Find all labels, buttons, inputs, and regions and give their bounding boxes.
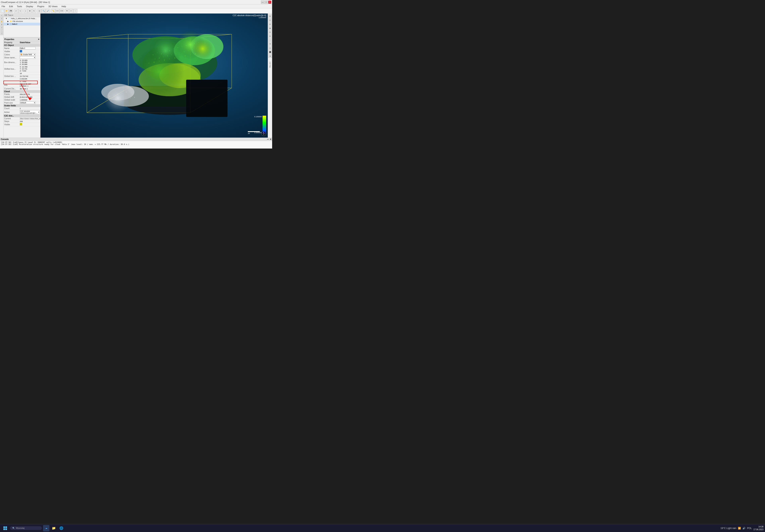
colorbar-value-label: 0.100000 bbox=[254, 116, 262, 118]
rt-btn1[interactable]: ⊞ bbox=[268, 14, 272, 18]
prop-visible-label: Visible bbox=[4, 50, 19, 53]
tree-item-filestructure[interactable]: ▶ 📁 File structure bbox=[4, 20, 40, 23]
rt-btn11[interactable]: ◈ bbox=[268, 54, 272, 58]
rt-btn8[interactable]: ⧉ bbox=[268, 42, 272, 46]
prop-globalbox3-row: Z: 7.632 bbox=[4, 80, 40, 83]
sf-visible-checkbox[interactable] bbox=[20, 123, 22, 126]
svg-point-65 bbox=[122, 93, 122, 93]
tb-zoom-out[interactable]: 🔎 bbox=[46, 9, 50, 13]
prop-info-label: Info bbox=[4, 83, 19, 88]
view-3d[interactable]: C2C absolute distances[Quadric][k=6] 1.0… bbox=[40, 14, 268, 137]
tb-sep1 bbox=[13, 9, 14, 13]
current-colormap-dropdown[interactable]: Blue>Green>Yellow>Red_copy ▾ bbox=[20, 118, 40, 120]
tb-open[interactable]: 📂 bbox=[5, 9, 9, 13]
db-tree-header: DB Tree ✕ bbox=[4, 14, 40, 17]
tb-translate[interactable]: ✥ bbox=[28, 9, 32, 13]
prop-sf-visible-value[interactable] bbox=[19, 123, 40, 126]
svg-point-27 bbox=[135, 47, 184, 96]
prop-colors-value[interactable]: 🎨 Scalar field ▾ bbox=[19, 53, 40, 56]
lt-cursor[interactable]: ↖ bbox=[0, 14, 3, 17]
tb-filter[interactable]: ⧉ bbox=[65, 9, 69, 13]
svg-point-54 bbox=[164, 60, 165, 60]
lt-poly[interactable]: ⬡ bbox=[0, 32, 3, 35]
tb-measure[interactable]: 📏 bbox=[51, 9, 55, 13]
prop-globalbox2-label bbox=[4, 78, 19, 80]
rt-btn5[interactable]: ⊛ bbox=[268, 30, 272, 34]
prop-pointsize-value[interactable]: Default ▾ bbox=[19, 101, 40, 104]
menu-tools[interactable]: Tools bbox=[16, 5, 23, 8]
maximize-button[interactable]: □ bbox=[265, 1, 268, 4]
folder-icon: 📁 bbox=[10, 20, 12, 22]
close-button[interactable]: ✕ bbox=[268, 1, 271, 4]
prop-globalbox-value: 15.731742 bbox=[19, 75, 40, 78]
menu-file[interactable]: File bbox=[1, 5, 6, 8]
rt-btn10[interactable]: ⬛ bbox=[268, 50, 272, 54]
visible-checkbox[interactable] bbox=[20, 50, 22, 52]
rt-btn7[interactable]: ⬚ bbox=[268, 38, 272, 42]
tb-sep3 bbox=[37, 9, 37, 13]
svg-marker-74 bbox=[263, 134, 264, 135]
minimize-button[interactable]: — bbox=[261, 1, 264, 4]
db-tree-close-icon[interactable]: ✕ bbox=[12, 14, 13, 16]
tb-select[interactable]: ⊹ bbox=[24, 9, 28, 13]
rt-btn6[interactable]: ⊗ bbox=[268, 34, 272, 38]
tb-rotate[interactable]: ↻ bbox=[32, 9, 36, 13]
section-ccobject-label: CC Object bbox=[4, 44, 40, 47]
tb-undo[interactable]: ↩ bbox=[14, 9, 18, 13]
active-sf-dropdown[interactable]: C2C absolute distances[Quadric][k=... ▾ bbox=[20, 110, 40, 114]
tb-subsample[interactable]: ⋮ bbox=[73, 9, 77, 13]
tree-item-hala2[interactable]: ▶ ⬡ Hala 2 bbox=[4, 23, 40, 26]
lt-rect[interactable]: ⬚ bbox=[0, 29, 3, 32]
menu-edit[interactable]: Edit bbox=[8, 5, 14, 8]
prop-visible-value[interactable] bbox=[19, 50, 40, 53]
svg-point-32 bbox=[169, 50, 170, 51]
colorbar-container: 0.100000 0.000000 bbox=[263, 116, 266, 133]
lt-rotate3d[interactable]: ↻ bbox=[0, 17, 3, 20]
svg-rect-22 bbox=[186, 80, 228, 117]
title-bar: CloudCompare v2.12.4 (Kyiv) [64-bit] - [… bbox=[0, 0, 272, 4]
tb-save[interactable]: 💾 bbox=[9, 9, 13, 13]
rt-btn2[interactable]: ⊡ bbox=[268, 18, 272, 22]
tb-new[interactable]: 📄 bbox=[0, 9, 4, 13]
props-close-icon[interactable]: ✕ bbox=[38, 38, 39, 40]
prop-current-value[interactable]: Blue>Green>Yellow>Red_copy ▾ bbox=[19, 117, 40, 120]
tb-c2m[interactable]: C2M bbox=[60, 9, 64, 13]
prop-currentdis-value: 3D View 1 bbox=[19, 88, 40, 90]
svg-point-67 bbox=[130, 98, 131, 99]
menu-display[interactable]: Display bbox=[25, 5, 34, 8]
prop-extra-row: 18 bbox=[4, 72, 40, 75]
rt-btn4[interactable]: ◉ bbox=[268, 26, 272, 30]
showname-dropdown[interactable]: ▾ bbox=[20, 56, 36, 59]
view-title: C2C absolute distances[Quadric][k=6] bbox=[233, 14, 266, 17]
tree-item-file[interactable]: ▼ 📄 Hala_2_obliczona.bin (F:/Hala_V2/Ana… bbox=[4, 17, 40, 20]
prop-globalbox3-value: Z: 7.632 bbox=[19, 80, 40, 83]
prop-globalbox2-value: 2.432185 bbox=[19, 78, 40, 80]
menu-3dviews[interactable]: 3D Views bbox=[48, 5, 58, 8]
pointsize-dropdown[interactable]: Default ▾ bbox=[20, 102, 36, 104]
lt-pan[interactable]: ✋ bbox=[0, 20, 3, 23]
rt-btn9[interactable]: ◫ bbox=[268, 46, 272, 50]
prop-active-value[interactable]: C2C absolute distances[Quadric][k=... ▾ bbox=[19, 110, 40, 115]
prop-visible-row: Visible bbox=[4, 50, 40, 53]
right-toolbar: ⊞ ⊡ ⊕ ◉ ⊛ ⊗ ⬚ ⧉ ◫ ⬛ ◈ CSF Filter bbox=[268, 14, 272, 137]
prop-name-value[interactable] bbox=[19, 47, 40, 50]
svg-point-69 bbox=[112, 100, 112, 101]
file-icon: 📄 bbox=[8, 18, 10, 20]
menu-plugins[interactable]: Plugins bbox=[36, 5, 45, 8]
tb-segment[interactable]: ✂ bbox=[69, 9, 73, 13]
tb-redo[interactable]: ↪ bbox=[18, 9, 22, 13]
menu-help[interactable]: Help bbox=[61, 5, 67, 8]
tb-zoom-in[interactable]: 🔍 bbox=[42, 9, 46, 13]
lt-zoom[interactable]: ⊕ bbox=[0, 23, 3, 26]
tb-zoom-fit[interactable]: ⊡ bbox=[37, 9, 41, 13]
cloud-icon: ⬡ bbox=[10, 23, 11, 25]
rt-btn3[interactable]: ⊕ bbox=[268, 22, 272, 26]
console-close-icon[interactable]: ✕ bbox=[270, 138, 271, 140]
console-minimize-icon[interactable]: — bbox=[267, 138, 269, 140]
console-line-1: [14:37:18] [LoD][pass 2] Level 9: 260029… bbox=[1, 141, 271, 143]
tb-c2c[interactable]: C2C bbox=[55, 9, 59, 13]
prop-showname-value[interactable]: ▾ bbox=[19, 56, 40, 59]
colors-dropdown[interactable]: 🎨 Scalar field ▾ bbox=[20, 53, 36, 56]
svg-point-39 bbox=[199, 42, 199, 43]
lt-pick[interactable]: ⊙ bbox=[0, 26, 3, 29]
